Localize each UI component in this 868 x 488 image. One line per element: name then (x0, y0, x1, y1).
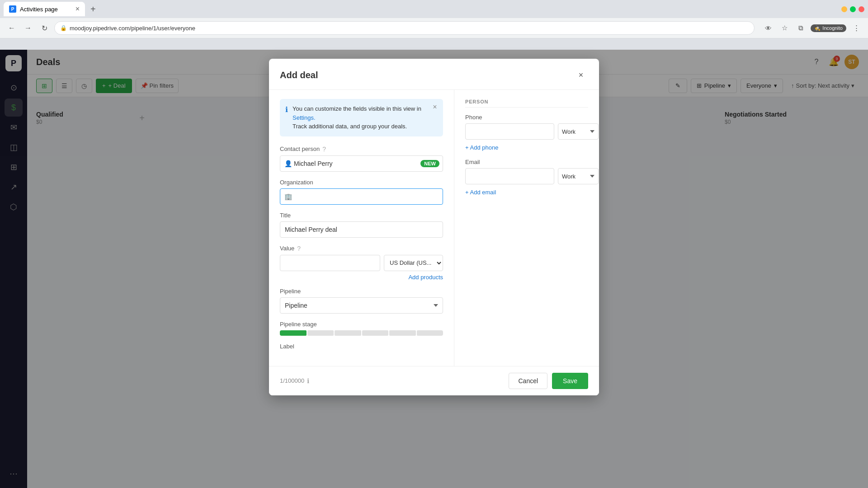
email-label: Email (465, 159, 588, 165)
add-deal-modal: Add deal × ℹ You can customize the field… (269, 59, 599, 395)
minimize-btn[interactable] (841, 6, 847, 12)
title-label: Title (280, 212, 443, 219)
extension-btn[interactable]: ⧉ (794, 22, 807, 34)
email-type-select[interactable]: Work (558, 168, 599, 184)
contact-person-group: Contact person ? 👤 NEW (280, 145, 443, 172)
pipeline-group: Pipeline Pipeline (280, 288, 443, 314)
refresh-btn[interactable]: ↻ (38, 22, 51, 34)
info-banner: ℹ You can customize the fields visible i… (280, 99, 443, 136)
email-row: Work (465, 168, 588, 184)
pipeline-label: Pipeline (280, 288, 443, 295)
email-input[interactable] (465, 168, 554, 184)
browser-tab[interactable]: P Activities page × (4, 2, 85, 16)
banner-close-btn[interactable]: × (430, 103, 439, 112)
more-btn[interactable]: ⋮ (850, 22, 863, 34)
value-row: US Dollar (US... (280, 255, 443, 271)
browser-titlebar: P Activities page × + (0, 0, 868, 18)
person-section-label: PERSON (465, 99, 588, 108)
phone-type-select[interactable]: Work (558, 123, 599, 140)
stage-6[interactable] (417, 330, 443, 336)
phone-label: Phone (465, 114, 588, 121)
counter-value: 1/100000 (280, 377, 304, 384)
bookmark-btn[interactable]: ☆ (778, 22, 791, 34)
footer-actions: Cancel Save (509, 373, 588, 389)
phone-row: Work (465, 123, 588, 140)
label-group: Label (280, 343, 443, 350)
add-email-link[interactable]: + Add email (465, 189, 496, 196)
modal-left-panel: ℹ You can customize the fields visible i… (269, 90, 454, 366)
contact-person-label: Contact person ? (280, 145, 443, 153)
address-text: moodjoy.pipedrive.com/pipeline/1/user/ev… (70, 25, 195, 32)
modal-body: ℹ You can customize the fields visible i… (269, 90, 599, 366)
contact-input-wrapper: 👤 NEW (280, 155, 443, 172)
add-phone-link[interactable]: + Add phone (465, 144, 498, 151)
modal-title: Add deal (280, 70, 318, 80)
modal-overlay: Add deal × ℹ You can customize the field… (0, 50, 868, 488)
phone-group: Phone Work + Add phone (465, 114, 588, 151)
incognito-badge: 🕵 Incognito (811, 24, 846, 32)
close-window-btn[interactable] (859, 6, 864, 12)
new-badge: NEW (420, 160, 439, 167)
pipeline-stage-label: Pipeline stage (280, 321, 443, 328)
stage-2[interactable] (307, 330, 334, 336)
tab-close-btn[interactable]: × (75, 5, 80, 13)
value-label: Value ? (280, 245, 443, 252)
modal-close-btn[interactable]: × (574, 68, 588, 82)
info-sub-text: Track additional data, and group your de… (292, 123, 407, 130)
info-text: You can customize the fields visible in … (292, 104, 437, 131)
tab-label: Activities page (20, 6, 58, 13)
address-bar[interactable]: 🔒 moodjoy.pipedrive.com/pipeline/1/user/… (54, 21, 755, 35)
incognito-icon: 🕵 (814, 25, 821, 31)
info-main-text: You can customize the fields visible in … (292, 105, 421, 112)
tab-favicon: P (9, 5, 16, 13)
counter-info-icon[interactable]: ℹ (307, 377, 309, 385)
eye-slash-icon[interactable]: 👁 (762, 22, 774, 34)
label-label: Label (280, 343, 443, 350)
save-btn[interactable]: Save (552, 373, 588, 389)
modal-right-panel: PERSON Phone Work + Add phone Email (454, 90, 599, 366)
stage-3[interactable] (335, 330, 361, 336)
new-tab-btn[interactable]: + (87, 4, 99, 14)
stage-4[interactable] (362, 330, 389, 336)
title-input[interactable] (280, 221, 443, 238)
browser-actions: 👁 ☆ ⧉ 🕵 Incognito ⋮ (762, 22, 863, 34)
forward-btn[interactable]: → (22, 22, 34, 34)
currency-select[interactable]: US Dollar (US... (384, 255, 443, 271)
organization-label: Organization (280, 179, 443, 186)
back-btn[interactable]: ← (5, 22, 18, 34)
cancel-btn[interactable]: Cancel (509, 373, 547, 389)
incognito-label: Incognito (822, 25, 843, 31)
organization-group: Organization 🏢 (280, 179, 443, 205)
contact-help-icon[interactable]: ? (322, 145, 326, 153)
pipeline-stage-bar[interactable] (280, 330, 443, 336)
value-group: Value ? US Dollar (US... Add products (280, 245, 443, 281)
stage-5[interactable] (389, 330, 416, 336)
email-group: Email Work + Add email (465, 159, 588, 196)
value-help-icon[interactable]: ? (297, 245, 301, 252)
value-input[interactable] (280, 255, 380, 271)
modal-header: Add deal × (269, 59, 599, 90)
stage-1[interactable] (280, 330, 307, 336)
modal-footer: 1/100000 ℹ Cancel Save (269, 366, 599, 395)
pipeline-stage-group: Pipeline stage (280, 321, 443, 336)
phone-input[interactable] (465, 123, 554, 140)
add-products-link[interactable]: Add products (280, 274, 443, 281)
settings-link[interactable]: Settings. (292, 114, 316, 121)
browser-controls: ← → ↻ 🔒 moodjoy.pipedrive.com/pipeline/1… (0, 18, 868, 38)
counter-text: 1/100000 ℹ (280, 377, 309, 385)
pipeline-dropdown[interactable]: Pipeline (280, 297, 443, 314)
restore-btn[interactable] (850, 6, 856, 12)
lock-icon: 🔒 (60, 25, 67, 31)
org-icon: 🏢 (284, 193, 292, 200)
info-icon: ℹ (285, 105, 288, 131)
organization-input[interactable] (280, 188, 443, 205)
contact-person-input[interactable] (280, 155, 443, 172)
title-group: Title (280, 212, 443, 238)
pipeline-select-wrapper: Pipeline (280, 297, 443, 314)
contact-person-icon: 👤 (284, 160, 292, 167)
